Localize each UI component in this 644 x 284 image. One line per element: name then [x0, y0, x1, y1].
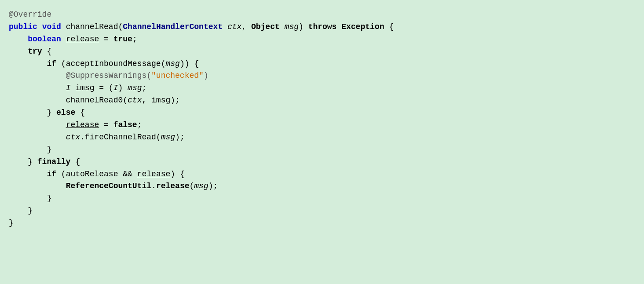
kw-public: public: [9, 22, 37, 31]
arg-msg-4: msg: [194, 182, 208, 190]
val-false: false: [113, 120, 137, 129]
kw-if-2: if: [47, 170, 56, 178]
code-line-9: } else {: [9, 107, 635, 119]
type-channelhandlercontext: ChannelHandlerContext: [123, 22, 223, 31]
code-line-16: }: [9, 193, 635, 205]
method-release: release: [156, 182, 190, 190]
code-line-6: @SuppressWarnings("unchecked"): [9, 70, 635, 82]
code-line-7: I imsg = (I) msg;: [9, 82, 635, 95]
annotation-suppress: @SuppressWarnings(: [66, 71, 151, 80]
val-true: true: [113, 35, 132, 44]
cast-i: I: [113, 84, 118, 92]
kw-try: try: [28, 47, 42, 56]
kw-throws: throws: [308, 22, 337, 31]
kw-boolean: boolean: [28, 35, 61, 44]
code-line-13: } finally {: [9, 156, 635, 168]
type-object: Object: [251, 22, 280, 31]
type-exception: Exception: [341, 22, 384, 31]
var-ctx-2: ctx: [66, 133, 80, 142]
var-msg-2: msg: [128, 84, 142, 92]
code-line-2: public void channelRead(ChannelHandlerCo…: [9, 21, 635, 33]
code-line-18: }: [9, 217, 635, 229]
var-release-3: release: [137, 170, 171, 178]
param-ctx: ctx: [227, 22, 242, 31]
var-release-2: release: [66, 120, 99, 129]
arg-ctx-1: ctx: [128, 96, 142, 105]
method-channelread: channelRead(: [66, 22, 123, 31]
var-release-1: release: [66, 35, 99, 44]
kw-else: else: [56, 108, 75, 117]
code-line-11: ctx.fireChannelRead(msg);: [9, 131, 635, 144]
type-i: I: [66, 84, 71, 92]
code-line-3: boolean release = true;: [9, 33, 635, 46]
code-block: @Override public void channelRead(Channe…: [7, 5, 637, 233]
kw-void: void: [42, 22, 61, 31]
annotation-override: @Override: [9, 10, 51, 19]
code-line-12: }: [9, 144, 635, 156]
code-line-14: if (autoRelease && release) {: [9, 168, 635, 181]
class-referencecountutil: ReferenceCountUtil: [66, 182, 151, 190]
arg-msg-1: msg: [165, 59, 179, 68]
code-line-17: }: [9, 205, 635, 217]
string-unchecked: "unchecked": [151, 71, 204, 80]
annotation-suppress-close: ): [204, 71, 209, 80]
code-line-10: release = false;: [9, 119, 635, 131]
code-line-15: ReferenceCountUtil.release(msg);: [9, 180, 635, 193]
code-line-4: try {: [9, 46, 635, 58]
param-msg: msg: [285, 22, 299, 31]
code-line-8: channelRead0(ctx, imsg);: [9, 95, 635, 107]
kw-if-1: if: [47, 59, 56, 68]
code-line-1: @Override: [9, 9, 635, 21]
arg-msg-3: msg: [161, 133, 175, 142]
code-line-5: if (acceptInboundMessage(msg)) {: [9, 58, 635, 70]
kw-finally: finally: [37, 157, 71, 166]
